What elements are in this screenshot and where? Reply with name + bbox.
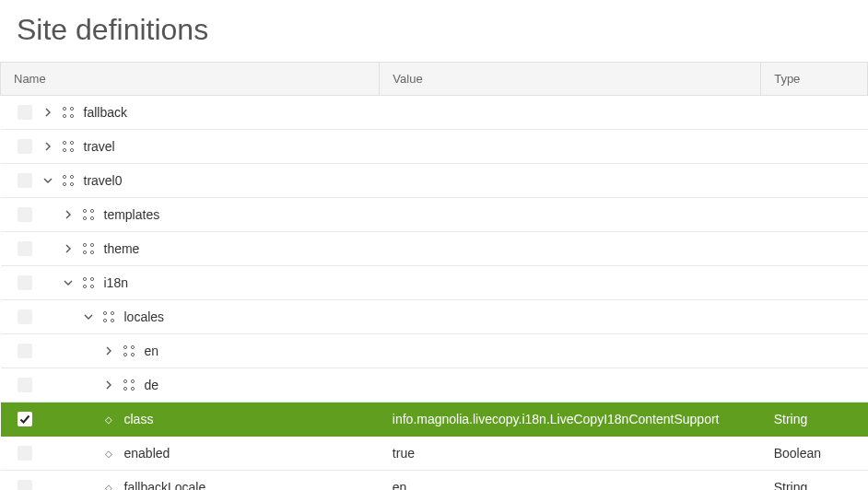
svg-point-22 xyxy=(83,285,86,287)
svg-point-29 xyxy=(131,345,134,348)
svg-point-26 xyxy=(103,319,106,321)
row-checkbox[interactable] xyxy=(18,105,32,120)
svg-point-2 xyxy=(63,114,65,117)
row-value-cell xyxy=(380,266,761,300)
row-checkbox[interactable] xyxy=(18,139,32,154)
property-icon: ◇ xyxy=(100,414,117,425)
expand-caret-icon[interactable] xyxy=(41,142,54,151)
expand-caret-icon[interactable] xyxy=(102,346,115,356)
table-row[interactable]: i18n xyxy=(1,266,868,300)
table-row[interactable]: templates xyxy=(1,198,868,232)
row-name-label: fallback xyxy=(84,105,127,120)
row-checkbox[interactable] xyxy=(18,378,32,392)
table-row[interactable]: ◇classinfo.magnolia.livecopy.i18n.LiveCo… xyxy=(1,402,868,437)
row-checkbox[interactable] xyxy=(18,173,32,188)
row-name-label: travel0 xyxy=(84,173,123,188)
svg-point-0 xyxy=(63,107,65,110)
row-value-cell: en xyxy=(380,471,761,491)
svg-point-11 xyxy=(70,182,73,185)
content-node-icon xyxy=(80,207,97,222)
table-row[interactable]: ◇fallbackLocaleenString xyxy=(1,471,868,491)
row-type-cell xyxy=(761,164,868,198)
row-type-cell: String xyxy=(761,402,868,437)
svg-point-12 xyxy=(83,209,86,212)
column-header-value[interactable]: Value xyxy=(380,63,761,96)
column-header-name[interactable]: Name xyxy=(1,63,380,96)
expand-caret-icon[interactable] xyxy=(41,108,54,117)
table-row[interactable]: de xyxy=(1,368,868,402)
svg-point-10 xyxy=(63,182,65,185)
svg-point-6 xyxy=(63,148,65,151)
column-header-type[interactable]: Type xyxy=(761,63,868,96)
table-row[interactable]: locales xyxy=(1,300,868,334)
svg-point-31 xyxy=(131,353,134,356)
svg-point-35 xyxy=(131,387,134,390)
content-node-icon xyxy=(80,241,97,256)
row-name-label: locales xyxy=(124,309,165,324)
row-checkbox[interactable] xyxy=(18,207,32,222)
svg-point-15 xyxy=(90,216,93,219)
row-value-cell xyxy=(380,164,761,198)
svg-point-24 xyxy=(103,311,106,314)
table-row[interactable]: en xyxy=(1,334,868,368)
svg-point-8 xyxy=(63,175,65,178)
row-value-cell: info.magnolia.livecopy.i18n.LiveCopyI18n… xyxy=(380,402,761,437)
row-value-cell xyxy=(380,198,761,232)
property-icon: ◇ xyxy=(100,483,117,491)
svg-point-34 xyxy=(123,387,126,390)
collapse-caret-icon[interactable] xyxy=(62,278,75,287)
svg-point-9 xyxy=(70,175,73,178)
svg-point-18 xyxy=(83,251,86,253)
table-row[interactable]: travel xyxy=(1,130,868,164)
property-icon: ◇ xyxy=(100,449,117,459)
content-node-icon xyxy=(60,139,76,154)
svg-point-3 xyxy=(70,114,73,117)
row-name-label: de xyxy=(145,378,159,392)
page-title: Site definitions xyxy=(0,0,868,62)
row-checkbox[interactable] xyxy=(18,480,32,490)
row-checkbox[interactable] xyxy=(18,446,32,461)
row-value-cell xyxy=(380,334,761,368)
table-row[interactable]: travel0 xyxy=(1,164,868,198)
row-type-cell xyxy=(761,130,868,164)
content-node-icon xyxy=(60,105,76,120)
svg-point-21 xyxy=(90,277,93,280)
table-row[interactable]: theme xyxy=(1,232,868,266)
svg-point-17 xyxy=(90,243,93,246)
row-name-label: en xyxy=(145,344,159,358)
row-type-cell: String xyxy=(761,471,868,491)
expand-caret-icon[interactable] xyxy=(102,380,115,390)
row-checkbox[interactable] xyxy=(18,344,32,358)
row-type-cell xyxy=(761,334,868,368)
collapse-caret-icon[interactable] xyxy=(82,312,95,321)
svg-point-30 xyxy=(123,353,126,356)
svg-point-25 xyxy=(111,311,113,314)
row-checkbox[interactable] xyxy=(18,309,32,324)
svg-point-5 xyxy=(70,141,73,144)
content-node-icon xyxy=(121,344,137,358)
svg-point-32 xyxy=(123,379,126,382)
table-row[interactable]: ◇enabledtrueBoolean xyxy=(1,437,868,471)
row-checkbox[interactable] xyxy=(18,241,32,256)
row-checkbox[interactable] xyxy=(18,275,32,290)
expand-caret-icon[interactable] xyxy=(62,210,75,219)
row-value-cell xyxy=(380,232,761,266)
row-type-cell xyxy=(761,198,868,232)
row-name-label: travel xyxy=(84,139,115,154)
row-name-label: theme xyxy=(104,241,140,256)
row-value-cell xyxy=(380,368,761,402)
table-row[interactable]: fallback xyxy=(1,96,868,130)
svg-point-28 xyxy=(123,345,126,348)
svg-point-7 xyxy=(70,148,73,151)
row-name-label: class xyxy=(124,412,154,426)
svg-point-1 xyxy=(70,107,73,110)
row-checkbox[interactable] xyxy=(18,412,32,426)
svg-point-16 xyxy=(83,243,86,246)
collapse-caret-icon[interactable] xyxy=(41,176,54,185)
row-name-label: enabled xyxy=(124,446,170,461)
row-type-cell xyxy=(761,232,868,266)
row-value-cell xyxy=(380,300,761,334)
expand-caret-icon[interactable] xyxy=(62,244,75,253)
row-value-cell: true xyxy=(380,437,761,471)
content-node-icon xyxy=(80,275,97,290)
